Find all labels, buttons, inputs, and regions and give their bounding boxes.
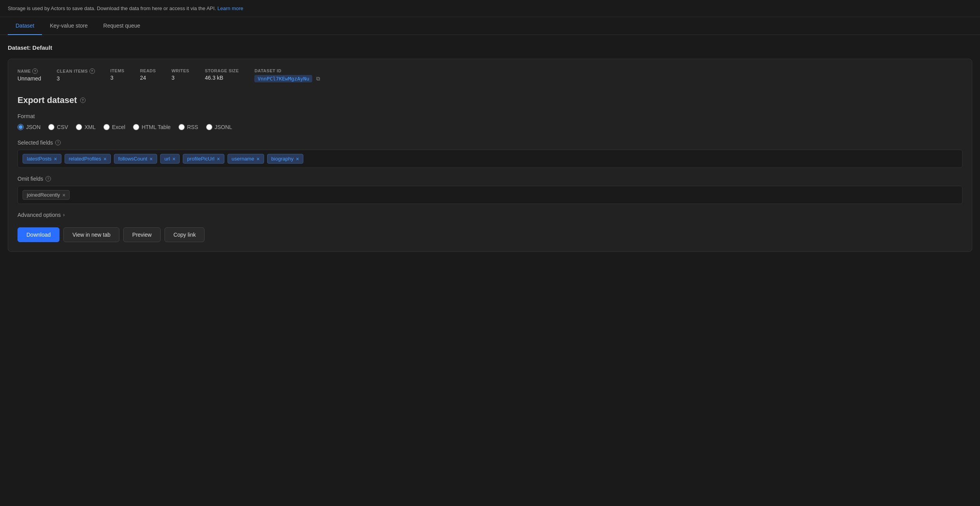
export-section: Export dataset ? Format JSON CSV XML <box>18 95 962 242</box>
field-tag-biography: biography × <box>267 154 303 164</box>
format-rss[interactable]: RSS <box>178 124 198 130</box>
stat-storage-size: STORAGE SIZE 46.3 kB <box>205 68 239 81</box>
field-tag-followsCount: followsCount × <box>114 154 157 164</box>
name-label: NAME <box>18 69 31 73</box>
name-help-icon[interactable]: ? <box>32 68 38 74</box>
omit-fields-container[interactable]: joinedRecently × <box>18 186 962 204</box>
format-label: Format <box>18 113 962 119</box>
field-tag-profilePicUrl: profilePicUrl × <box>183 154 224 164</box>
remove-relatedProfiles-button[interactable]: × <box>103 156 107 162</box>
name-value: Unnamed <box>18 75 41 82</box>
omit-fields-help-icon[interactable]: ? <box>46 176 51 181</box>
remove-username-button[interactable]: × <box>256 156 259 162</box>
export-help-icon[interactable]: ? <box>80 98 86 103</box>
action-buttons: Download View in new tab Preview Copy li… <box>18 227 962 242</box>
dataset-card: NAME ? Unnamed CLEAN ITEMS ? 3 ITEMS 3 <box>8 59 972 252</box>
stat-reads: READS 24 <box>140 68 156 81</box>
tab-dataset[interactable]: Dataset <box>8 17 42 35</box>
dataset-id-badge: VnnPCl7KEwMgzAyNu <box>254 75 312 82</box>
format-xml-radio[interactable] <box>76 124 82 130</box>
field-tag-username: username × <box>228 154 264 164</box>
tabs-bar: Dataset Key-value store Request queue <box>0 17 980 35</box>
stat-writes: WRITES 3 <box>172 68 189 81</box>
stat-name: NAME ? Unnamed <box>18 68 41 82</box>
advanced-options-label: Advanced options <box>18 212 61 218</box>
stat-dataset-id: DATASET ID VnnPCl7KEwMgzAyNu ⧉ <box>254 68 322 83</box>
remove-biography-button[interactable]: × <box>296 156 299 162</box>
format-html-table-radio[interactable] <box>133 124 139 130</box>
omit-fields-label: Omit fields ? <box>18 176 962 182</box>
download-button[interactable]: Download <box>18 227 60 242</box>
remove-profilePicUrl-button[interactable]: × <box>217 156 220 162</box>
clean-items-help-icon[interactable]: ? <box>89 68 95 74</box>
stat-items: ITEMS 3 <box>110 68 124 81</box>
field-tag-url: url × <box>160 154 180 164</box>
learn-more-link[interactable]: Learn more <box>217 5 243 11</box>
format-jsonl[interactable]: JSONL <box>206 124 232 130</box>
remove-latestPosts-button[interactable]: × <box>54 156 57 162</box>
format-json[interactable]: JSON <box>18 124 40 130</box>
dataset-label: Dataset: Default <box>8 44 972 51</box>
selected-fields-section: Selected fields ? latestPosts × relatedP… <box>18 140 962 168</box>
stat-clean-items: CLEAN ITEMS ? 3 <box>57 68 95 82</box>
dataset-name: Default <box>32 44 52 51</box>
main-content: Dataset: Default NAME ? Unnamed CLEAN IT… <box>0 35 980 261</box>
format-rss-radio[interactable] <box>178 124 185 130</box>
items-label: ITEMS <box>110 68 124 73</box>
banner-text: Storage is used by Actors to save data. … <box>8 5 216 11</box>
selected-fields-help-icon[interactable]: ? <box>55 140 61 145</box>
format-excel-radio[interactable] <box>103 124 110 130</box>
writes-value: 3 <box>172 75 189 81</box>
storage-size-value: 46.3 kB <box>205 75 239 81</box>
remove-joinedRecently-button[interactable]: × <box>62 192 65 198</box>
dataset-id-row: VnnPCl7KEwMgzAyNu ⧉ <box>254 75 322 83</box>
selected-fields-label: Selected fields ? <box>18 140 962 146</box>
remove-followsCount-button[interactable]: × <box>150 156 153 162</box>
selected-fields-container[interactable]: latestPosts × relatedProfiles × followsC… <box>18 150 962 168</box>
field-tag-latestPosts: latestPosts × <box>23 154 61 164</box>
dataset-id-label: DATASET ID <box>254 68 281 73</box>
copy-link-button[interactable]: Copy link <box>164 227 205 242</box>
remove-url-button[interactable]: × <box>172 156 175 162</box>
clean-items-value: 3 <box>57 75 95 82</box>
advanced-options-toggle[interactable]: Advanced options › <box>18 212 962 218</box>
field-tag-relatedProfiles: relatedProfiles × <box>65 154 111 164</box>
format-xml[interactable]: XML <box>76 124 96 130</box>
storage-size-label: STORAGE SIZE <box>205 68 239 73</box>
stats-row: NAME ? Unnamed CLEAN ITEMS ? 3 ITEMS 3 <box>18 68 962 83</box>
format-options: JSON CSV XML Excel HTML Table <box>18 124 962 130</box>
writes-label: WRITES <box>172 68 189 73</box>
copy-dataset-id-button[interactable]: ⧉ <box>315 75 322 83</box>
format-json-radio[interactable] <box>18 124 24 130</box>
clean-items-label: CLEAN ITEMS <box>57 69 88 73</box>
view-in-new-tab-button[interactable]: View in new tab <box>63 227 119 242</box>
format-html-table[interactable]: HTML Table <box>133 124 171 130</box>
storage-banner: Storage is used by Actors to save data. … <box>0 0 980 17</box>
items-value: 3 <box>110 75 124 81</box>
format-excel[interactable]: Excel <box>103 124 125 130</box>
format-jsonl-radio[interactable] <box>206 124 212 130</box>
format-csv-radio[interactable] <box>48 124 54 130</box>
preview-button[interactable]: Preview <box>123 227 161 242</box>
chevron-right-icon: › <box>63 212 65 218</box>
omit-fields-section: Omit fields ? joinedRecently × <box>18 176 962 204</box>
format-csv[interactable]: CSV <box>48 124 68 130</box>
tab-key-value-store[interactable]: Key-value store <box>42 17 95 35</box>
tab-request-queue[interactable]: Request queue <box>96 17 148 35</box>
field-tag-joinedRecently: joinedRecently × <box>23 190 70 200</box>
reads-value: 24 <box>140 75 156 81</box>
export-title: Export dataset ? <box>18 95 962 105</box>
reads-label: READS <box>140 68 156 73</box>
